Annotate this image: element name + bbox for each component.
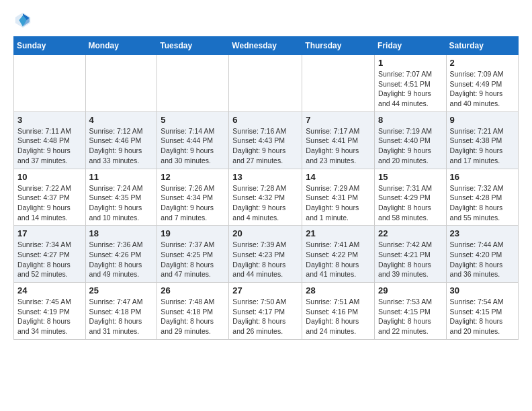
- calendar-day-cell: 3Sunrise: 7:11 AM Sunset: 4:48 PM Daylig…: [14, 111, 86, 169]
- calendar-day-cell: 9Sunrise: 7:21 AM Sunset: 4:38 PM Daylig…: [446, 111, 518, 169]
- day-info: Sunrise: 7:50 AM Sunset: 4:17 PM Dayligh…: [232, 297, 298, 336]
- calendar-week-row: 10Sunrise: 7:22 AM Sunset: 4:37 PM Dayli…: [14, 169, 519, 226]
- calendar-day-cell: 11Sunrise: 7:24 AM Sunset: 4:35 PM Dayli…: [85, 169, 157, 226]
- day-info: Sunrise: 7:11 AM Sunset: 4:48 PM Dayligh…: [17, 126, 82, 166]
- calendar-day-cell: 22Sunrise: 7:42 AM Sunset: 4:21 PM Dayli…: [375, 226, 447, 283]
- day-info: Sunrise: 7:44 AM Sunset: 4:20 PM Dayligh…: [450, 240, 515, 279]
- day-info: Sunrise: 7:47 AM Sunset: 4:18 PM Dayligh…: [89, 297, 154, 336]
- day-number: 7: [306, 115, 371, 125]
- day-number: 4: [89, 115, 154, 125]
- day-info: Sunrise: 7:12 AM Sunset: 4:46 PM Dayligh…: [89, 126, 154, 166]
- calendar-day-cell: 12Sunrise: 7:26 AM Sunset: 4:34 PM Dayli…: [157, 169, 229, 226]
- calendar-day-cell: 20Sunrise: 7:39 AM Sunset: 4:23 PM Dayli…: [229, 226, 302, 283]
- day-number: 8: [378, 115, 443, 125]
- empty-cell: [302, 55, 375, 112]
- day-number: 2: [450, 58, 515, 68]
- day-number: 3: [17, 115, 82, 125]
- weekday-header: Friday: [375, 37, 447, 55]
- calendar-day-cell: 2Sunrise: 7:09 AM Sunset: 4:49 PM Daylig…: [446, 55, 518, 112]
- calendar-day-cell: 13Sunrise: 7:28 AM Sunset: 4:32 PM Dayli…: [229, 169, 302, 226]
- day-number: 5: [161, 115, 225, 125]
- day-number: 26: [161, 285, 225, 295]
- calendar-day-cell: 27Sunrise: 7:50 AM Sunset: 4:17 PM Dayli…: [229, 283, 302, 340]
- day-number: 15: [378, 172, 443, 182]
- day-number: 10: [17, 172, 82, 182]
- day-number: 21: [306, 228, 371, 238]
- calendar-day-cell: 19Sunrise: 7:37 AM Sunset: 4:25 PM Dayli…: [157, 226, 229, 283]
- day-info: Sunrise: 7:48 AM Sunset: 4:18 PM Dayligh…: [161, 297, 225, 336]
- day-info: Sunrise: 7:54 AM Sunset: 4:15 PM Dayligh…: [450, 297, 515, 336]
- empty-cell: [85, 55, 157, 112]
- day-info: Sunrise: 7:21 AM Sunset: 4:38 PM Dayligh…: [450, 126, 515, 166]
- day-info: Sunrise: 7:51 AM Sunset: 4:16 PM Dayligh…: [306, 297, 371, 336]
- day-number: 20: [232, 228, 298, 238]
- day-number: 17: [17, 228, 82, 238]
- day-number: 19: [161, 228, 225, 238]
- day-info: Sunrise: 7:24 AM Sunset: 4:35 PM Dayligh…: [89, 183, 154, 223]
- day-number: 25: [89, 285, 154, 295]
- calendar-day-cell: 26Sunrise: 7:48 AM Sunset: 4:18 PM Dayli…: [157, 283, 229, 340]
- day-info: Sunrise: 7:42 AM Sunset: 4:21 PM Dayligh…: [378, 240, 443, 279]
- weekday-header: Thursday: [302, 37, 375, 55]
- calendar-day-cell: 25Sunrise: 7:47 AM Sunset: 4:18 PM Dayli…: [85, 283, 157, 340]
- day-info: Sunrise: 7:07 AM Sunset: 4:51 PM Dayligh…: [378, 69, 443, 109]
- day-info: Sunrise: 7:31 AM Sunset: 4:29 PM Dayligh…: [378, 183, 443, 223]
- calendar-day-cell: 10Sunrise: 7:22 AM Sunset: 4:37 PM Dayli…: [14, 169, 86, 226]
- weekday-header: Wednesday: [229, 37, 302, 55]
- calendar-day-cell: 4Sunrise: 7:12 AM Sunset: 4:46 PM Daylig…: [85, 111, 157, 169]
- day-number: 13: [232, 172, 298, 182]
- day-info: Sunrise: 7:14 AM Sunset: 4:44 PM Dayligh…: [161, 126, 225, 166]
- empty-cell: [157, 55, 229, 112]
- calendar-day-cell: 29Sunrise: 7:53 AM Sunset: 4:15 PM Dayli…: [375, 283, 447, 340]
- day-number: 24: [17, 285, 82, 295]
- day-number: 11: [89, 172, 154, 182]
- calendar-day-cell: 24Sunrise: 7:45 AM Sunset: 4:19 PM Dayli…: [14, 283, 86, 340]
- calendar-day-cell: 6Sunrise: 7:16 AM Sunset: 4:43 PM Daylig…: [229, 111, 302, 169]
- calendar-day-cell: 17Sunrise: 7:34 AM Sunset: 4:27 PM Dayli…: [14, 226, 86, 283]
- calendar-header-row: SundayMondayTuesdayWednesdayThursdayFrid…: [14, 37, 519, 55]
- weekday-header: Sunday: [14, 37, 86, 55]
- day-number: 28: [306, 285, 371, 295]
- day-info: Sunrise: 7:53 AM Sunset: 4:15 PM Dayligh…: [378, 297, 443, 336]
- day-info: Sunrise: 7:41 AM Sunset: 4:22 PM Dayligh…: [306, 240, 371, 279]
- header: [13, 11, 519, 30]
- day-info: Sunrise: 7:29 AM Sunset: 4:31 PM Dayligh…: [306, 183, 371, 223]
- day-number: 9: [450, 115, 515, 125]
- calendar-day-cell: 28Sunrise: 7:51 AM Sunset: 4:16 PM Dayli…: [302, 283, 375, 340]
- day-info: Sunrise: 7:09 AM Sunset: 4:49 PM Dayligh…: [450, 69, 515, 109]
- calendar-week-row: 3Sunrise: 7:11 AM Sunset: 4:48 PM Daylig…: [14, 111, 519, 169]
- day-info: Sunrise: 7:32 AM Sunset: 4:28 PM Dayligh…: [450, 183, 515, 223]
- day-number: 30: [450, 285, 515, 295]
- day-number: 6: [232, 115, 298, 125]
- calendar-week-row: 17Sunrise: 7:34 AM Sunset: 4:27 PM Dayli…: [14, 226, 519, 283]
- calendar-day-cell: 1Sunrise: 7:07 AM Sunset: 4:51 PM Daylig…: [375, 55, 447, 112]
- calendar-week-row: 24Sunrise: 7:45 AM Sunset: 4:19 PM Dayli…: [14, 283, 519, 340]
- day-info: Sunrise: 7:37 AM Sunset: 4:25 PM Dayligh…: [161, 240, 225, 279]
- weekday-header: Saturday: [446, 37, 518, 55]
- day-info: Sunrise: 7:36 AM Sunset: 4:26 PM Dayligh…: [89, 240, 154, 279]
- empty-cell: [229, 55, 302, 112]
- calendar-day-cell: 16Sunrise: 7:32 AM Sunset: 4:28 PM Dayli…: [446, 169, 518, 226]
- page: SundayMondayTuesdayWednesdayThursdayFrid…: [0, 0, 532, 347]
- calendar-day-cell: 14Sunrise: 7:29 AM Sunset: 4:31 PM Dayli…: [302, 169, 375, 226]
- day-number: 27: [232, 285, 298, 295]
- calendar-day-cell: 5Sunrise: 7:14 AM Sunset: 4:44 PM Daylig…: [157, 111, 229, 169]
- day-info: Sunrise: 7:22 AM Sunset: 4:37 PM Dayligh…: [17, 183, 82, 223]
- logo-icon: [13, 11, 32, 30]
- calendar-day-cell: 18Sunrise: 7:36 AM Sunset: 4:26 PM Dayli…: [85, 226, 157, 283]
- day-info: Sunrise: 7:16 AM Sunset: 4:43 PM Dayligh…: [232, 126, 298, 166]
- calendar-day-cell: 15Sunrise: 7:31 AM Sunset: 4:29 PM Dayli…: [375, 169, 447, 226]
- calendar-day-cell: 8Sunrise: 7:19 AM Sunset: 4:40 PM Daylig…: [375, 111, 447, 169]
- day-info: Sunrise: 7:39 AM Sunset: 4:23 PM Dayligh…: [232, 240, 298, 279]
- calendar-week-row: 1Sunrise: 7:07 AM Sunset: 4:51 PM Daylig…: [14, 55, 519, 112]
- calendar-day-cell: 7Sunrise: 7:17 AM Sunset: 4:41 PM Daylig…: [302, 111, 375, 169]
- calendar-day-cell: 23Sunrise: 7:44 AM Sunset: 4:20 PM Dayli…: [446, 226, 518, 283]
- calendar-day-cell: 21Sunrise: 7:41 AM Sunset: 4:22 PM Dayli…: [302, 226, 375, 283]
- calendar: SundayMondayTuesdayWednesdayThursdayFrid…: [13, 36, 519, 340]
- weekday-header: Monday: [85, 37, 157, 55]
- day-info: Sunrise: 7:26 AM Sunset: 4:34 PM Dayligh…: [161, 183, 225, 223]
- day-number: 22: [378, 228, 443, 238]
- day-number: 1: [378, 58, 443, 68]
- day-number: 29: [378, 285, 443, 295]
- day-number: 23: [450, 228, 515, 238]
